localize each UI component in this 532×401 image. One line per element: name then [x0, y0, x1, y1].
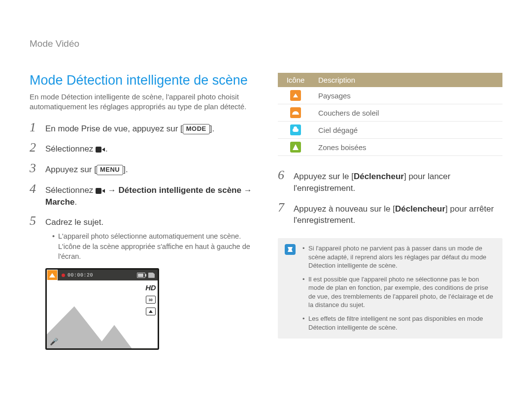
- step-sublist: L'appareil photo sélectionne automatique…: [45, 231, 254, 261]
- step-bold: Déclencheur: [395, 204, 445, 214]
- step-text: Appuyez à nouveau sur le [: [294, 204, 395, 214]
- step-body: Cadrez le sujet. L'appareil photo sélect…: [45, 216, 254, 261]
- step-number: 5: [30, 215, 38, 227]
- mode-button-icon: MODE: [183, 124, 210, 134]
- step-text: .: [105, 144, 108, 154]
- step-body: Sélectionnez .: [45, 143, 254, 155]
- step-text: ].: [123, 165, 128, 174]
- page-title: Mode Détection intelligente de scène: [30, 73, 254, 88]
- metering-icon: [146, 308, 156, 315]
- step-1: 1 En mode Prise de vue, appuyez sur [MOD…: [30, 121, 254, 135]
- step-body: Appuyez sur [MENU].: [45, 164, 254, 176]
- table-row: Ciel dégagé: [278, 122, 502, 139]
- step-body: En mode Prise de vue, appuyez sur [MODE]…: [45, 123, 254, 135]
- note-box: Si l'appareil photo ne parvient pas à pa…: [278, 238, 502, 339]
- note-list: Si l'appareil photo ne parvient pas à pa…: [302, 244, 495, 332]
- table-cell-description: Zones boisées: [313, 139, 502, 156]
- table-cell-description: Ciel dégagé: [313, 122, 502, 139]
- note-info-icon: [285, 244, 296, 255]
- record-indicator-icon: [62, 274, 65, 277]
- step-6: 6 Appuyez sur le [Déclencheur] pour lanc…: [278, 169, 502, 194]
- step-2: 2 Sélectionnez .: [30, 141, 254, 155]
- step-text: ].: [210, 124, 214, 133]
- forest-icon: [290, 142, 301, 153]
- step-7: 7 Appuyez à nouveau sur le [Déclencheur]…: [278, 201, 502, 227]
- lcd-status-icons: [137, 273, 158, 278]
- recording-time: 00:00:20: [67, 273, 93, 278]
- step-4: 4 Sélectionnez → Détection intelligente …: [30, 183, 254, 208]
- table-cell-description: Paysages: [313, 87, 502, 104]
- microphone-icon: 🎤: [50, 338, 58, 345]
- two-column-layout: Mode Détection intelligente de scène En …: [30, 73, 502, 350]
- manual-page: Mode Vidéo Mode Détection intelligente d…: [0, 0, 532, 401]
- step-number: 3: [30, 162, 38, 175]
- step-5: 5 Cadrez le sujet. L'appareil photo séle…: [30, 215, 254, 261]
- step-3: 3 Appuyez sur [MENU].: [30, 162, 254, 176]
- step-text: Sélectionnez: [45, 185, 96, 195]
- table-cell-description: Couchers de soleil: [313, 104, 502, 122]
- note-item: Il est possible que l'appareil photo ne …: [302, 275, 495, 309]
- step-number: 6: [278, 169, 287, 182]
- steps-list-left: 1 En mode Prise de vue, appuyez sur [MOD…: [30, 121, 254, 262]
- sd-card-icon: [148, 273, 155, 278]
- step-number: 1: [30, 121, 38, 134]
- col-header-description: Description: [313, 73, 502, 87]
- col-header-icon: Icône: [278, 73, 313, 87]
- lcd-example: 00:00:20 HD 30: [45, 268, 254, 350]
- intro-paragraph: En mode Détection intelligente de scène,…: [30, 92, 254, 112]
- mountain-icon: [49, 273, 55, 278]
- step-text: →: [241, 185, 252, 195]
- battery-icon: [137, 273, 145, 278]
- lcd-screen: 00:00:20 HD 30: [45, 268, 159, 350]
- step-body: Appuyez à nouveau sur le [Déclencheur] p…: [294, 203, 502, 227]
- table-row: Zones boisées: [278, 139, 502, 156]
- menu-button-icon: MENU: [97, 165, 123, 175]
- step-bold: Marche: [45, 197, 75, 207]
- steps-list-right: 6 Appuyez sur le [Déclencheur] pour lanc…: [278, 169, 502, 226]
- scene-detected-icon: [47, 270, 58, 280]
- note-item: Les effets de filtre intelligent ne sont…: [302, 314, 495, 332]
- step-text: Appuyez sur [: [45, 165, 97, 174]
- step-subitem: L'appareil photo sélectionne automatique…: [52, 231, 254, 261]
- step-text: En mode Prise de vue, appuyez sur [: [45, 124, 183, 133]
- table-row: Couchers de soleil: [278, 104, 502, 122]
- sunset-icon: [290, 107, 301, 118]
- step-bold: Déclencheur: [354, 172, 404, 181]
- left-column: Mode Détection intelligente de scène En …: [30, 73, 254, 350]
- table-row: Paysages: [278, 87, 502, 104]
- step-text: Appuyez sur le [: [294, 172, 354, 181]
- section-label: Mode Vidéo: [30, 38, 502, 49]
- lcd-side-icons: HD 30: [145, 283, 156, 315]
- step-text: Sélectionnez: [45, 144, 96, 154]
- step-body: Appuyez sur le [Déclencheur] pour lancer…: [294, 171, 502, 194]
- lcd-top-bar: 00:00:20: [47, 270, 158, 280]
- step-number: 2: [30, 141, 38, 154]
- step-bold: Détection intelligente de scène: [119, 185, 241, 195]
- lcd-preview-image: [47, 302, 147, 348]
- landscape-icon: [290, 90, 301, 101]
- step-text: Cadrez le sujet.: [45, 217, 103, 227]
- video-mode-icon: [96, 188, 105, 194]
- step-text: .: [75, 197, 77, 207]
- right-column: Icône Description Paysages Couchers de s…: [278, 73, 502, 350]
- step-number: 7: [278, 201, 287, 214]
- step-body: Sélectionnez → Détection intelligente de…: [45, 185, 254, 208]
- step-number: 4: [30, 183, 38, 195]
- clear-sky-icon: [290, 124, 301, 135]
- table-header-row: Icône Description: [278, 73, 502, 87]
- video-mode-icon: [96, 147, 105, 153]
- note-item: Si l'appareil photo ne parvient pas à pa…: [302, 244, 495, 270]
- fps-icon: 30: [146, 296, 156, 304]
- hd-icon: HD: [145, 283, 156, 292]
- scene-icon-table: Icône Description Paysages Couchers de s…: [278, 73, 502, 156]
